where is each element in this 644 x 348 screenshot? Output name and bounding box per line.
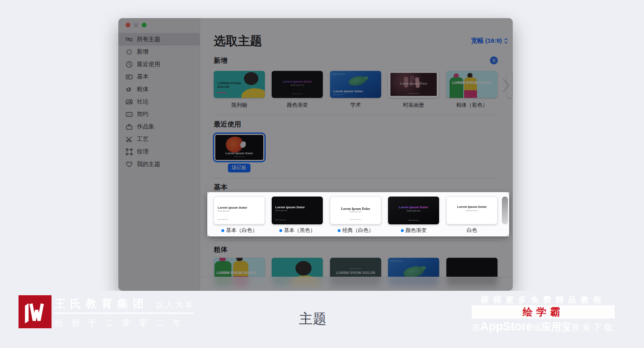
dim-overlay — [509, 192, 513, 236]
dim-overlay — [118, 192, 207, 236]
preview-text: Donec quis nunc — [388, 220, 439, 221]
company-text-block: 王氏教育集团 以人为本 — [54, 296, 194, 311]
theme-label: 白色 — [446, 227, 497, 234]
theme-label: 基本（白色） — [214, 227, 265, 234]
theme-card-white[interactable]: Lorem Ipsum Dolor Donec quis nunc — [446, 197, 497, 224]
theme-card-basic-black[interactable]: Lorem Ipsum Dolor Donec quis nunc Donec … — [272, 197, 323, 224]
blue-dot-icon — [338, 229, 341, 232]
theme-card-color-gradient[interactable]: Lorem Ipsum Dolor Donec quis nunc Donec … — [388, 197, 439, 224]
store2-name: 应用宝 — [541, 321, 572, 332]
blue-dot-icon — [401, 229, 404, 232]
download-instructions: 在AppStore或应用宝搜索下载 — [472, 320, 615, 334]
blue-dot-icon — [279, 229, 282, 232]
appstore-name: AppStore — [480, 320, 533, 333]
preview-text: Lorem Ipsum Dolor — [330, 207, 381, 211]
preview-text: Lorem Ipsum Dolor — [275, 205, 305, 209]
blue-dot-icon — [221, 229, 224, 232]
company-slogan: 以人为本 — [156, 300, 194, 310]
theme-label: 经典（白色） — [330, 227, 381, 234]
screen: 所有主题 新增 最近使用 基本 粗体 — [0, 0, 644, 348]
preview-text: Lorem Ipsum Dolor — [218, 206, 247, 209]
company-name: 王氏教育集团 — [54, 296, 149, 311]
divider-line — [54, 313, 194, 314]
preview-text: Donec quis nunc — [330, 219, 381, 220]
theme-label: 基本（黑色） — [272, 227, 323, 234]
company-since: 始创于二零零二年 — [54, 317, 190, 329]
theme-chooser-window: 所有主题 新增 最近使用 基本 粗体 — [118, 18, 513, 291]
company-logo — [19, 295, 52, 328]
theme-card-basic-white[interactable]: Lorem Ipsum Dolor Donec quis nunc Donec … — [214, 197, 265, 224]
basic-themes-spotlight-row: Lorem Ipsum Dolor Donec quis nunc Donec … — [207, 192, 509, 236]
preview-text: Donec quis nunc — [330, 211, 381, 213]
preview-text: Lorem Ipsum Dolor — [388, 205, 439, 209]
branding-bar: 王氏教育集团 以人为本 始创于二零零二年 主题 获得更多免费精品教程 绘学霸 在… — [0, 291, 644, 348]
preview-text: Donec quis nunc — [275, 209, 287, 211]
preview-text: Donec quis nunc — [218, 210, 230, 212]
preview-text: Donec quis nunc — [388, 210, 439, 212]
dim-overlay — [118, 236, 513, 291]
scrollbar-thumb[interactable] — [502, 197, 508, 224]
preview-text: Lorem Ipsum Dolor — [447, 205, 497, 209]
preview-text: Donec quis nunc — [275, 219, 286, 221]
theme-label: 颜色渐变 — [388, 227, 439, 234]
preview-text: Donec quis nunc — [218, 219, 228, 220]
app-name: 绘学霸 — [523, 305, 564, 319]
app-name-banner: 绘学霸 — [472, 305, 615, 319]
promo-text: 获得更多免费精品教程 — [472, 294, 615, 305]
preview-text: Donec quis nunc — [447, 209, 497, 211]
dim-overlay — [118, 18, 513, 192]
lesson-title: 主题 — [299, 310, 326, 328]
theme-card-classic-white[interactable]: Lorem Ipsum Dolor Donec quis nunc Donec … — [330, 197, 381, 224]
